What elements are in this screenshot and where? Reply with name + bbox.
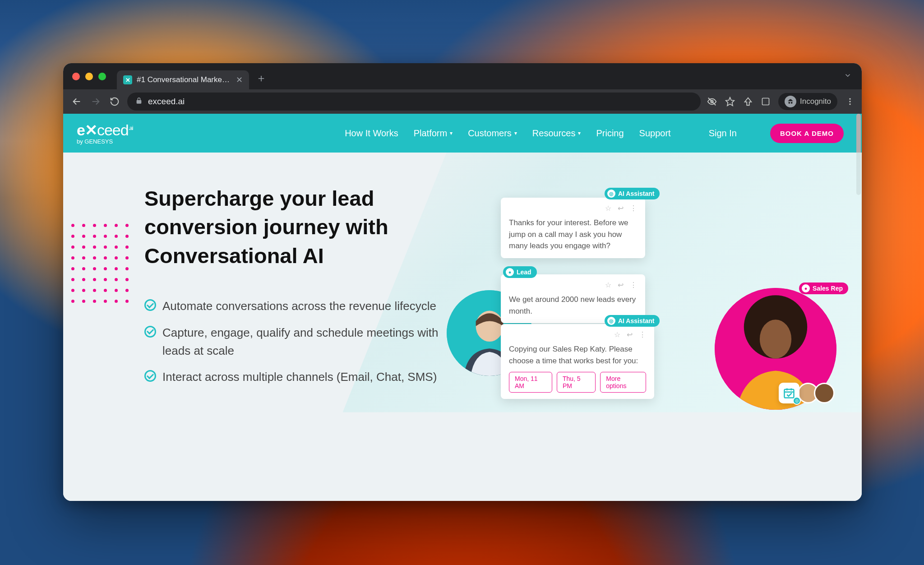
kebab-menu-icon[interactable] bbox=[845, 97, 855, 106]
time-chip[interactable]: Thu, 5 PM bbox=[557, 372, 596, 393]
chat-message: We get around 2000 new leads every month… bbox=[509, 294, 637, 317]
more-icon[interactable]: ⋮ bbox=[630, 281, 637, 289]
floating-avatars: ◎ bbox=[779, 383, 835, 403]
share-icon[interactable] bbox=[743, 97, 753, 107]
card-actions: ☆ ↩ ⋮ bbox=[509, 281, 637, 289]
nav-customers[interactable]: Customers▾ bbox=[468, 128, 517, 139]
nav-sign-in[interactable]: Sign In bbox=[709, 128, 737, 139]
nav-reload-button[interactable] bbox=[108, 95, 121, 108]
star-icon[interactable]: ☆ bbox=[614, 330, 620, 339]
more-icon[interactable]: ⋮ bbox=[639, 330, 646, 339]
hero-copy: Supercharge your lead conversion journey… bbox=[144, 184, 451, 394]
feature-item: Interact across multiple channels (Email… bbox=[144, 368, 451, 386]
check-icon bbox=[144, 370, 156, 382]
tab-title: #1 Conversational Marketing a bbox=[137, 75, 231, 84]
nav-platform[interactable]: Platform▾ bbox=[414, 128, 453, 139]
svg-point-13 bbox=[760, 320, 791, 358]
hero-illustration: ◎AI Assistant ●Lead ◎AI Assistant ●Sales… bbox=[451, 184, 835, 394]
tabstrip: ✕ #1 Conversational Marketing a ✕ ＋ bbox=[63, 63, 862, 89]
nav-forward-button[interactable] bbox=[89, 95, 102, 108]
browser-tab[interactable]: ✕ #1 Conversational Marketing a ✕ bbox=[117, 70, 249, 89]
chat-card-ai: ☆ ↩ ⋮ Thanks for your interest. Before w… bbox=[501, 198, 645, 258]
incognito-chip[interactable]: Incognito bbox=[778, 93, 837, 110]
tab-close-icon[interactable]: ✕ bbox=[236, 75, 243, 85]
chat-message: Thanks for your interest. Before we jump… bbox=[509, 217, 637, 252]
feature-item: Automate conversations across the revenu… bbox=[144, 297, 451, 315]
nav-resources[interactable]: Resources▾ bbox=[532, 128, 581, 139]
chat-message: Copying our Sales Rep Katy. Please choos… bbox=[509, 343, 646, 366]
hero-feature-list: Automate conversations across the revenu… bbox=[144, 297, 451, 386]
tag-ai-assistant: ◎AI Assistant bbox=[605, 188, 660, 199]
tabstrip-menu-icon[interactable] bbox=[840, 68, 855, 85]
check-icon bbox=[144, 326, 156, 338]
time-chip-more[interactable]: More options bbox=[600, 372, 646, 393]
card-actions: ☆ ↩ ⋮ bbox=[509, 204, 637, 213]
nav-how-it-works[interactable]: How It Works bbox=[345, 128, 398, 139]
calendar-check-icon[interactable]: ◎ bbox=[779, 383, 799, 403]
reply-icon[interactable]: ↩ bbox=[618, 204, 624, 213]
url-bar[interactable]: exceed.ai bbox=[127, 93, 701, 111]
site-logo[interactable]: e✕exceedceed.ai by GENESYS bbox=[77, 122, 133, 144]
window-close-button[interactable] bbox=[72, 73, 80, 80]
site-header: e✕exceedceed.ai by GENESYS How It Works … bbox=[63, 114, 862, 153]
tag-sales-rep: ●Sales Rep bbox=[799, 282, 848, 294]
lock-icon bbox=[135, 97, 143, 106]
feature-item: Capture, engage, qualify and schedule me… bbox=[144, 324, 451, 360]
bot-icon: ◎ bbox=[607, 317, 615, 325]
check-icon bbox=[144, 299, 156, 311]
bookmark-icon[interactable] bbox=[725, 97, 735, 107]
incognito-icon bbox=[785, 96, 796, 107]
star-icon[interactable]: ☆ bbox=[605, 204, 611, 213]
nav-support[interactable]: Support bbox=[639, 128, 671, 139]
book-demo-button[interactable]: BOOK A DEMO bbox=[770, 124, 844, 143]
bot-badge-icon: ◎ bbox=[793, 397, 801, 405]
time-chips: Mon, 11 AM Thu, 5 PM More options bbox=[509, 372, 646, 393]
user-icon: ● bbox=[506, 268, 514, 276]
avatar-mini bbox=[814, 383, 835, 403]
chevron-down-icon: ▾ bbox=[450, 130, 453, 136]
tracking-off-icon[interactable] bbox=[707, 97, 717, 107]
window-minimize-button[interactable] bbox=[85, 73, 93, 80]
browser-window: ✕ #1 Conversational Marketing a ✕ ＋ exce… bbox=[63, 63, 862, 501]
tag-ai-assistant: ◎AI Assistant bbox=[605, 315, 660, 327]
bot-icon: ◎ bbox=[607, 190, 615, 198]
reply-icon[interactable]: ↩ bbox=[618, 281, 624, 289]
url-text: exceed.ai bbox=[148, 97, 185, 107]
card-actions: ☆ ↩ ⋮ bbox=[509, 330, 646, 339]
dots-decoration bbox=[71, 224, 129, 303]
time-chip[interactable]: Mon, 11 AM bbox=[509, 372, 552, 393]
extensions-icon[interactable] bbox=[761, 97, 770, 106]
page-content: e✕exceedceed.ai by GENESYS How It Works … bbox=[63, 114, 862, 501]
svg-point-8 bbox=[849, 103, 850, 105]
svg-point-7 bbox=[849, 101, 850, 102]
tag-lead: ●Lead bbox=[503, 266, 537, 278]
hero-title: Supercharge your lead conversion journey… bbox=[144, 184, 451, 270]
svg-rect-5 bbox=[762, 98, 769, 105]
more-icon[interactable]: ⋮ bbox=[630, 204, 637, 213]
byline: by GENESYS bbox=[77, 139, 113, 144]
star-icon[interactable]: ☆ bbox=[605, 281, 611, 289]
window-maximize-button[interactable] bbox=[98, 73, 106, 80]
hero-section: Supercharge your lead conversion journey… bbox=[63, 153, 862, 412]
user-icon: ● bbox=[802, 284, 810, 292]
main-nav: How It Works Platform▾ Customers▾ Resour… bbox=[345, 124, 844, 143]
reply-icon[interactable]: ↩ bbox=[627, 330, 633, 339]
tab-favicon-icon: ✕ bbox=[123, 75, 132, 84]
chat-card-ai-schedule: ☆ ↩ ⋮ Copying our Sales Rep Katy. Please… bbox=[501, 324, 654, 399]
chevron-down-icon: ▾ bbox=[514, 130, 517, 136]
new-tab-button[interactable]: ＋ bbox=[254, 70, 269, 86]
svg-point-6 bbox=[849, 98, 850, 100]
chevron-down-icon: ▾ bbox=[578, 130, 581, 136]
svg-marker-4 bbox=[726, 97, 734, 106]
window-controls bbox=[72, 73, 106, 80]
nav-back-button[interactable] bbox=[70, 95, 83, 108]
svg-rect-14 bbox=[785, 389, 794, 398]
nav-pricing[interactable]: Pricing bbox=[596, 128, 624, 139]
incognito-label: Incognito bbox=[800, 97, 831, 106]
browser-toolbar: exceed.ai Incognito bbox=[63, 89, 862, 114]
